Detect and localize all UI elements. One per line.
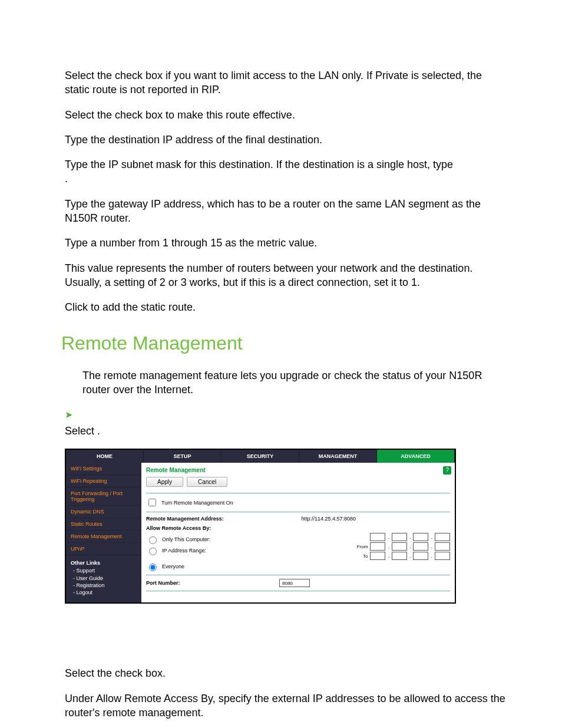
- ip-to-3[interactable]: [413, 552, 428, 560]
- arrow-icon: ➤: [65, 409, 72, 420]
- cancel-button[interactable]: Cancel: [187, 477, 227, 487]
- tab-advanced[interactable]: ADVANCED: [377, 450, 455, 463]
- label-everyone: Everyone: [162, 564, 184, 569]
- other-links-header: Other Links: [71, 560, 137, 566]
- p-remote-intro: The remote management feature lets you u…: [82, 368, 509, 397]
- sidebar-item-wifi-settings[interactable]: WiFi Settings: [66, 463, 141, 475]
- ip-only-1[interactable]: [370, 533, 385, 541]
- sidebar-item-dynamic-dns[interactable]: Dynamic DNS: [66, 506, 141, 518]
- link-registration[interactable]: - Registration: [71, 582, 137, 589]
- sidebar: WiFi Settings WiFi Repeating Port Forwar…: [66, 463, 141, 602]
- tab-home[interactable]: HOME: [66, 450, 144, 463]
- label-ip-range: IP Address Range:: [162, 548, 206, 554]
- p-metric: Type a number from 1 through 15 as the m…: [65, 236, 509, 250]
- p-subnet-mask: Type the IP subnet mask for this destina…: [65, 157, 509, 172]
- ip-only-4[interactable]: [435, 533, 450, 541]
- turn-remote-on-label: Turn Remote Management On: [161, 500, 233, 506]
- sidebar-item-remote-management[interactable]: Remote Management: [66, 531, 141, 543]
- label-only-this-computer: Only This Computer:: [162, 536, 210, 542]
- p-subnet-mask-cont: .: [65, 172, 509, 186]
- p-dest-ip: Type the destination IP address of the f…: [65, 133, 509, 147]
- p-private-checkbox: Select the check box if you want to limi…: [65, 68, 509, 97]
- remote-addr-value: http://114.25.4.57:8080: [301, 516, 356, 522]
- sidebar-item-wifi-repeating[interactable]: WiFi Repeating: [66, 475, 141, 487]
- p-select-checkbox: Select the check box.: [65, 666, 509, 680]
- tab-bar: HOME SETUP SECURITY MANAGEMENT ADVANCED: [66, 450, 455, 463]
- radio-only-this-computer[interactable]: [149, 536, 157, 544]
- sidebar-item-upnp[interactable]: UPnP: [66, 543, 141, 555]
- p-allow-remote-spec: Under Allow Remote Access By, specify th…: [65, 691, 509, 720]
- ip-to-4[interactable]: [435, 552, 450, 560]
- allow-access-label: Allow Remote Access By:: [146, 525, 450, 531]
- port-number-input[interactable]: [279, 579, 310, 587]
- tab-setup[interactable]: SETUP: [144, 450, 222, 463]
- apply-button[interactable]: Apply: [146, 477, 183, 487]
- link-logout[interactable]: - Logout: [71, 589, 137, 596]
- ip-from-4[interactable]: [435, 542, 450, 551]
- ip-only-3[interactable]: [413, 533, 428, 541]
- ip-to-1[interactable]: [370, 552, 385, 560]
- p-active-checkbox: Select the check box to make this route …: [65, 108, 509, 122]
- sidebar-item-port-forwarding[interactable]: Port Forwarding / Port Triggering: [66, 487, 141, 506]
- ip-to-2[interactable]: [392, 552, 407, 560]
- help-icon[interactable]: ?: [443, 466, 451, 475]
- tab-security[interactable]: SECURITY: [222, 450, 299, 463]
- content-pane: ? Remote Management Apply Cancel Turn Re…: [141, 463, 455, 602]
- p-gateway-ip: Type the gateway IP address, which has t…: [65, 197, 509, 226]
- sidebar-item-static-routes[interactable]: Static Routes: [66, 518, 141, 531]
- radio-ip-range[interactable]: [149, 548, 157, 555]
- turn-remote-on-checkbox[interactable]: [148, 499, 156, 506]
- p-metric-explain: This value represents the number of rout…: [65, 261, 509, 290]
- section-heading-remote-management: Remote Management: [61, 332, 509, 354]
- from-label: From: [353, 544, 368, 549]
- tab-management[interactable]: MANAGEMENT: [299, 450, 377, 463]
- ip-only-2[interactable]: [392, 533, 407, 541]
- pane-title: Remote Management: [146, 467, 450, 473]
- to-label: To: [353, 554, 368, 559]
- port-number-label: Port Number:: [146, 580, 276, 586]
- remote-addr-label: Remote Management Address:: [146, 516, 224, 522]
- ip-from-3[interactable]: [413, 542, 428, 551]
- p-click-add: Click to add the static route.: [65, 300, 509, 314]
- p-select-path: Select .: [65, 424, 509, 438]
- radio-everyone[interactable]: [149, 564, 157, 571]
- other-links: Other Links - Support - User Guide - Reg…: [66, 555, 141, 601]
- link-support[interactable]: - Support: [71, 567, 137, 574]
- link-user-guide[interactable]: - User Guide: [71, 575, 137, 582]
- router-ui-screenshot: HOME SETUP SECURITY MANAGEMENT ADVANCED …: [65, 449, 456, 604]
- ip-from-2[interactable]: [392, 542, 407, 551]
- ip-from-1[interactable]: [370, 542, 385, 551]
